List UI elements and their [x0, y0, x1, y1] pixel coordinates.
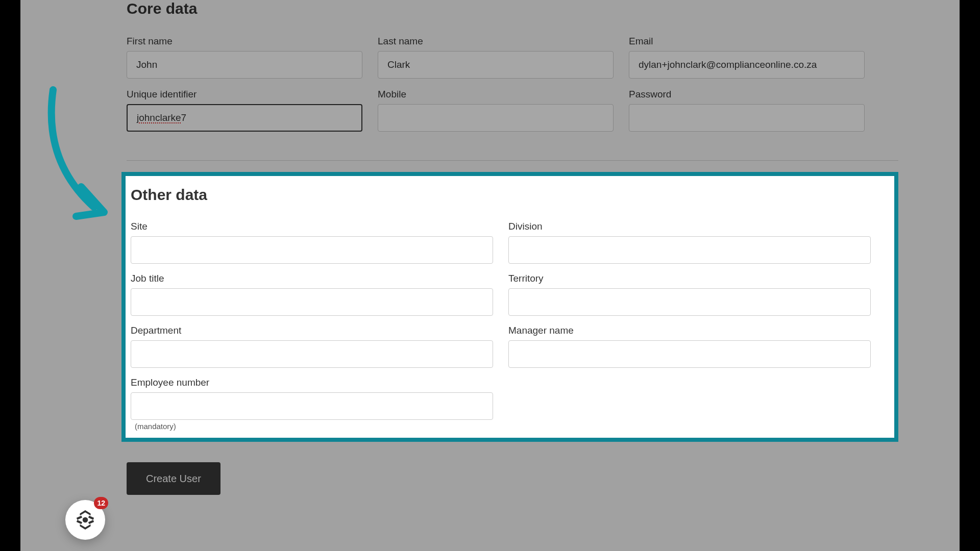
- manager-name-input[interactable]: [508, 340, 871, 368]
- site-label: Site: [131, 221, 493, 232]
- svg-marker-0: [80, 510, 91, 516]
- svg-point-6: [83, 517, 88, 523]
- section-divider: [127, 160, 898, 161]
- other-data-panel: Other data Site Division Job title: [121, 172, 898, 442]
- other-data-heading: Other data: [131, 186, 894, 204]
- help-widget-badge: 12: [94, 497, 108, 509]
- svg-marker-2: [88, 516, 94, 520]
- svg-marker-4: [77, 520, 82, 524]
- unique-id-tail-text: 7: [181, 112, 187, 123]
- password-input[interactable]: [629, 104, 865, 132]
- employee-number-label: Employee number: [131, 377, 493, 388]
- department-label: Department: [131, 325, 493, 336]
- manager-name-label: Manager name: [508, 325, 871, 336]
- email-label: Email: [629, 36, 865, 47]
- mobile-label: Mobile: [378, 89, 614, 100]
- last-name-label: Last name: [378, 36, 614, 47]
- unique-id-label: Unique identifier: [127, 89, 362, 100]
- first-name-label: First name: [127, 36, 362, 47]
- svg-marker-1: [77, 516, 82, 520]
- unique-id-input[interactable]: johnclarke7: [127, 104, 362, 132]
- employee-number-hint: (mandatory): [135, 422, 493, 431]
- territory-label: Territory: [508, 273, 871, 284]
- unique-id-spellcheck-text: johnclarke: [137, 112, 181, 123]
- help-widget-icon: [75, 509, 96, 531]
- job-title-label: Job title: [131, 273, 493, 284]
- department-input[interactable]: [131, 340, 493, 368]
- svg-marker-5: [88, 520, 94, 524]
- division-label: Division: [508, 221, 871, 232]
- employee-number-input[interactable]: [131, 392, 493, 420]
- svg-marker-3: [80, 524, 91, 530]
- last-name-input[interactable]: [378, 51, 614, 79]
- territory-input[interactable]: [508, 288, 871, 316]
- password-label: Password: [629, 89, 865, 100]
- mobile-input[interactable]: [378, 104, 614, 132]
- first-name-input[interactable]: [127, 51, 362, 79]
- division-input[interactable]: [508, 236, 871, 264]
- help-widget-button[interactable]: 12: [65, 500, 105, 540]
- create-user-button[interactable]: Create User: [127, 462, 220, 495]
- core-data-heading: Core data: [127, 0, 898, 17]
- site-input[interactable]: [131, 236, 493, 264]
- job-title-input[interactable]: [131, 288, 493, 316]
- email-input[interactable]: [629, 51, 865, 79]
